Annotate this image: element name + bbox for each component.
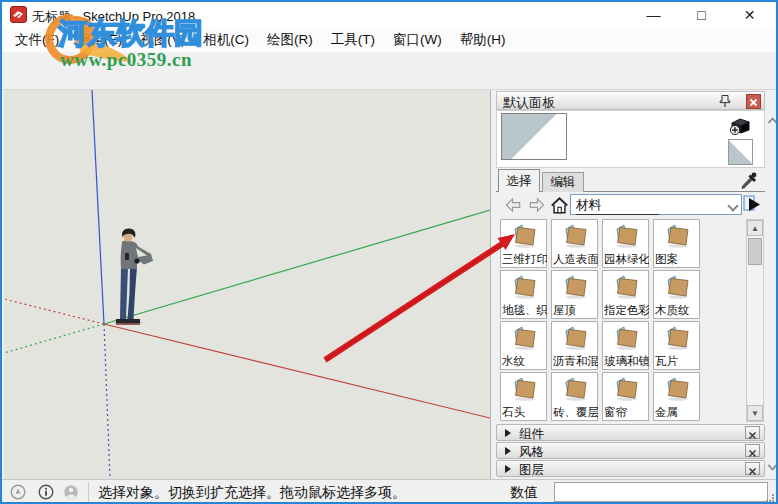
person-figure: [114, 228, 153, 325]
resize-grip[interactable]: [766, 494, 774, 502]
menu-tools[interactable]: 工具(T): [322, 29, 384, 51]
menu-window[interactable]: 窗口(W): [384, 29, 451, 51]
close-button[interactable]: ✕: [727, 2, 772, 28]
menu-edit[interactable]: 编辑(E): [68, 29, 131, 51]
details-arrow-button[interactable]: [741, 194, 763, 215]
menu-file[interactable]: 文件(F): [6, 29, 68, 51]
secondary-swatch[interactable]: [728, 139, 753, 165]
folder-wood[interactable]: 木质纹: [653, 270, 700, 319]
expand-arrow-icon: [505, 447, 511, 455]
folder-3d-printing[interactable]: 三维打印: [500, 219, 547, 268]
materials-scrollbar[interactable]: ▲ ▼: [746, 219, 764, 422]
layers-panel-header[interactable]: 图层: [496, 460, 765, 477]
folder-water[interactable]: 水纹: [500, 321, 547, 370]
window-title: 无标题 - SketchUp Pro 2018: [32, 8, 195, 26]
eyedropper-icon[interactable]: [740, 171, 757, 190]
forward-arrow-icon[interactable]: [527, 196, 546, 214]
folder-stone[interactable]: 石头: [500, 372, 547, 421]
folder-patterns[interactable]: 图案: [653, 219, 700, 268]
menu-view[interactable]: 视图(V): [131, 29, 194, 51]
folder-glass-mirrors[interactable]: 玻璃和镜面: [602, 321, 649, 370]
folder-roofing[interactable]: 屋顶: [551, 270, 598, 319]
folder-landscaping[interactable]: 园林绿化: [602, 219, 649, 268]
menu-help[interactable]: 帮助(H): [451, 29, 515, 51]
create-material-button[interactable]: [728, 114, 752, 138]
toolbar: A1: [2, 52, 776, 90]
minimize-button[interactable]: —: [631, 2, 676, 28]
scroll-down-button[interactable]: ▼: [747, 405, 763, 421]
user-credits-icon[interactable]: [63, 484, 79, 500]
tab-select[interactable]: 选择: [498, 169, 540, 192]
close-icon: [747, 96, 760, 109]
materials-nav-row: 材料: [496, 192, 765, 218]
red-axis-negative: [4, 299, 104, 324]
styles-panel-header[interactable]: 风格: [496, 442, 765, 459]
blue-axis: [92, 90, 104, 324]
menu-bar: 文件(F) 编辑(E) 视图(V) 相机(C) 绘图(R) 工具(T) 窗口(W…: [2, 28, 776, 52]
status-bar: 选择对象。切换到扩充选择。拖动鼠标选择多项。 数值: [2, 479, 776, 504]
geolocation-icon[interactable]: [10, 484, 26, 500]
3d-viewport[interactable]: [4, 90, 490, 479]
dropdown-value: 材料: [576, 197, 659, 215]
folder-brick-cladding[interactable]: 砖、覆层: [551, 372, 598, 421]
home-icon[interactable]: [550, 196, 569, 215]
tray-close-button[interactable]: [746, 94, 761, 109]
expand-arrow-icon: [505, 465, 511, 473]
folder-curtains[interactable]: 窗帘: [602, 372, 649, 421]
chevron-down-icon: [727, 200, 738, 211]
green-axis: [104, 210, 490, 324]
measurements-input[interactable]: [554, 482, 768, 502]
menu-camera[interactable]: 相机(C): [194, 29, 258, 51]
info-icon[interactable]: [38, 484, 54, 500]
title-bar: 无标题 - SketchUp Pro 2018 — □ ✕: [2, 2, 776, 28]
maximize-button[interactable]: □: [679, 2, 724, 28]
sketchup-logo-icon: [10, 6, 27, 23]
tray-header[interactable]: 默认面板: [496, 91, 765, 110]
green-axis-negative: [4, 324, 104, 353]
tray-scroll-down-icon[interactable]: [767, 461, 778, 473]
folder-asphalt-concrete[interactable]: 沥青和混凝土: [551, 321, 598, 370]
tray-scroll-up-icon[interactable]: [767, 115, 778, 127]
pin-icon[interactable]: [719, 94, 732, 108]
status-message: 选择对象。切换到扩充选择。拖动鼠标选择多项。: [98, 484, 406, 502]
default-tray: 默认面板 选择 编辑 材料: [490, 90, 778, 480]
expand-arrow-icon: [505, 429, 511, 437]
components-panel-header[interactable]: 组件: [496, 424, 765, 441]
blue-axis-negative: [104, 324, 110, 479]
styles-close-button[interactable]: [745, 444, 760, 457]
folder-tile[interactable]: 瓦片: [653, 321, 700, 370]
back-arrow-icon[interactable]: [504, 196, 523, 214]
materials-collection-dropdown[interactable]: 材料: [570, 194, 742, 215]
measurements-label: 数值: [510, 484, 538, 502]
tab-edit[interactable]: 编辑: [542, 172, 584, 192]
materials-folder-grid: 三维打印 人造表面 园林绿化 图案 地毯、织物 屋顶 指定色彩 木质纹 水纹 沥…: [495, 218, 747, 423]
folder-named-colors[interactable]: 指定色彩: [602, 270, 649, 319]
material-preview-swatch: [501, 113, 567, 160]
scrollbar-thumb[interactable]: [748, 238, 762, 265]
menu-draw[interactable]: 绘图(R): [258, 29, 322, 51]
layers-close-button[interactable]: [745, 462, 760, 475]
components-close-button[interactable]: [745, 426, 760, 439]
folder-metal[interactable]: 金属: [653, 372, 700, 421]
folder-synthetic-surfaces[interactable]: 人造表面: [551, 219, 598, 268]
folder-carpet-fabrics[interactable]: 地毯、织物: [500, 270, 547, 319]
material-preview-area: [496, 110, 765, 168]
materials-tabs: 选择 编辑: [496, 169, 765, 192]
scroll-up-button[interactable]: ▲: [747, 220, 763, 236]
viewport-scene: [4, 90, 490, 479]
red-axis: [104, 324, 490, 418]
status-separator: [88, 482, 89, 502]
sketchup-window: 无标题 - SketchUp Pro 2018 — □ ✕ 文件(F) 编辑(E…: [0, 0, 778, 504]
